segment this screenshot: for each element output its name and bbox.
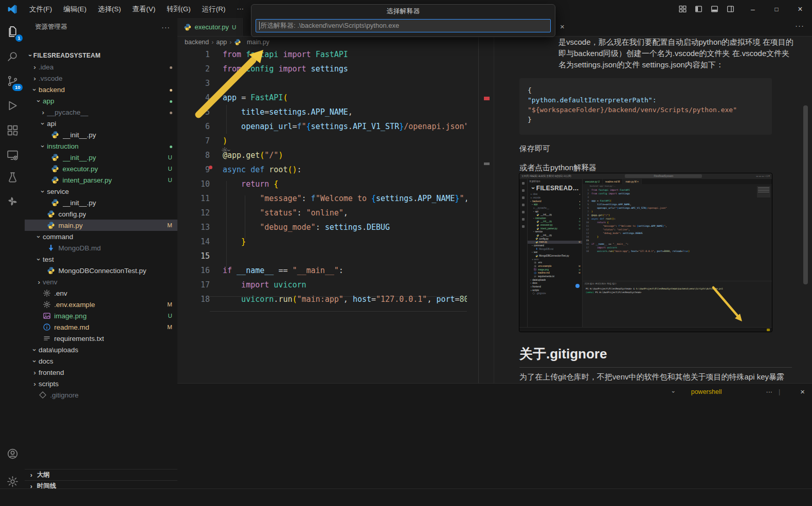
tree-item-data\uploads[interactable]: ›data\uploads: [25, 344, 177, 355]
tree-item-command[interactable]: ›command: [25, 231, 177, 242]
tree-item-FILESREADSYSTEAM[interactable]: ›FILESREADSYSTEAM: [25, 50, 177, 61]
activity-run-debug-icon[interactable]: [0, 94, 25, 117]
breadcrumb-main.py[interactable]: main.py: [247, 39, 269, 46]
editor-actions-more-icon[interactable]: ···: [795, 21, 804, 30]
breadcrumb-backend[interactable]: backend: [185, 39, 209, 46]
tree-item-config.py[interactable]: ›config.py: [528, 237, 582, 241]
tree-item-service[interactable]: ›service: [528, 230, 582, 234]
tree-item-app[interactable]: ›app: [25, 95, 177, 106]
tree-item-docs[interactable]: ›docs: [25, 355, 177, 367]
split-terminal-icon[interactable]: [738, 388, 746, 395]
tree-item-executor.py[interactable]: ›executor.pyU: [25, 163, 177, 174]
activity-search-icon[interactable]: [0, 44, 25, 68]
maximize-panel-icon[interactable]: [786, 388, 794, 395]
interpreter-search-input[interactable]: 所选解释器: .\backend\venv\Scripts\python.exe: [256, 19, 551, 32]
tree-item-command[interactable]: ›command: [528, 244, 582, 247]
tab-executor-py[interactable]: executor.py U: [177, 18, 243, 36]
preview-scrollbar[interactable]: [803, 105, 808, 284]
breadcrumb[interactable]: backend›app›main.py: [177, 37, 494, 48]
timeline-section[interactable]: ›时间线: [25, 480, 177, 489]
tree-item-instruction[interactable]: ›instruction: [25, 140, 177, 152]
tree-item-.env[interactable]: ›.env: [528, 261, 582, 265]
tree-item-MongoDB.md[interactable]: ›MongoDB.md: [25, 242, 177, 254]
menu-编辑(E)[interactable]: 编辑(E): [58, 3, 92, 16]
tree-item-intent_parser.py[interactable]: ›intent_parser.pyU: [25, 174, 177, 186]
tree-item-__pycache__[interactable]: ›__pycache__: [25, 106, 177, 118]
tree-item-__init__.py[interactable]: ›__init__.py: [528, 213, 582, 216]
activity-account-icon[interactable]: [0, 442, 25, 465]
outline-section[interactable]: ›大纲: [25, 469, 177, 480]
chevron-down-icon[interactable]: ›: [671, 391, 677, 393]
customize-layout-icon[interactable]: [678, 5, 687, 13]
tree-item-__init__.py[interactable]: ›__init__.py: [25, 197, 177, 208]
tree-item-__init__.py[interactable]: ›__init__.py: [25, 129, 177, 140]
split-terminal-dropdown-icon[interactable]: [659, 388, 666, 395]
terminal-instance-powershell[interactable]: powershell: [681, 388, 732, 395]
tree-item-__init__.py[interactable]: ›__init__.pyU: [528, 220, 582, 224]
toggle-secondary-sidebar-icon[interactable]: [726, 5, 735, 13]
tree-item-.env.example[interactable]: ›.env.exampleM: [25, 299, 177, 310]
tree-item-scripts[interactable]: ›scripts: [25, 378, 177, 389]
code-editor[interactable]: 123456789101112131415161718 from fastapi…: [177, 47, 467, 383]
tree-item-app[interactable]: ›app: [528, 203, 582, 206]
menu-···[interactable]: ···: [231, 3, 250, 16]
tree-item-image.png[interactable]: ›image.pngU: [528, 268, 582, 272]
activity-source-control-icon[interactable]: 10: [0, 69, 25, 93]
tree-item-backend[interactable]: ›backend: [25, 84, 177, 95]
minimize-button[interactable]: –: [741, 0, 765, 18]
terminal-more-icon[interactable]: ···: [766, 388, 772, 395]
inline-gear-icon[interactable]: ›: [221, 147, 230, 154]
menu-查看(V)[interactable]: 查看(V): [127, 3, 161, 16]
tree-item-service[interactable]: ›service: [25, 186, 177, 197]
tree-item-MongoDB.md[interactable]: ›MongoDB.md: [528, 247, 582, 251]
tree-item-__init__.py[interactable]: ›__init__.pyU: [25, 152, 177, 163]
tree-item-.vscode[interactable]: ›.vscode: [25, 73, 177, 84]
kill-terminal-icon[interactable]: [752, 388, 760, 395]
tree-item-__init__.py[interactable]: ›__init__.py: [528, 233, 582, 237]
tree-item-main.py[interactable]: ›main.pyM: [25, 220, 177, 231]
tree-item-.gitignore[interactable]: ›.gitignore: [25, 389, 177, 401]
activity-extensions-icon[interactable]: [0, 118, 25, 142]
tree-item-venv[interactable]: ›venv: [528, 258, 582, 261]
activity-ai-pinwheel-icon[interactable]: [0, 189, 25, 213]
tree-item-backend[interactable]: ›backend: [528, 200, 582, 203]
close-tab-icon[interactable]: ×: [560, 22, 565, 31]
tree-item-MongoDBConnectionTest.py[interactable]: ›MongoDBConnectionTest.py: [528, 254, 582, 258]
tree-item-api[interactable]: ›api: [25, 118, 177, 129]
activity-remote-explorer-icon[interactable]: [0, 143, 25, 167]
menu-转到(G)[interactable]: 转到(G): [161, 3, 196, 16]
tree-item-test[interactable]: ›test: [25, 254, 177, 265]
tree-item-data\uploads[interactable]: ›data\uploads: [528, 278, 582, 282]
tree-item-main.py[interactable]: ›main.pyM: [528, 241, 582, 244]
tree-item-.env.example[interactable]: ›.env.exampleM: [528, 264, 582, 268]
tree-item-.vscode[interactable]: ›.vscode: [528, 196, 582, 200]
toggle-sidebar-icon[interactable]: [694, 5, 703, 13]
tree-item-requirements.txt[interactable]: ›requirements.txt: [528, 275, 582, 278]
tree-item-docs[interactable]: ›docs: [528, 281, 582, 285]
tree-item-FILESREADSYSTEAM[interactable]: ›FILESREADSYSTEAM: [528, 184, 582, 192]
breadcrumb-app[interactable]: app: [216, 39, 227, 46]
tree-item-readme.md[interactable]: ›readme.mdM: [528, 271, 582, 275]
tree-item-executor.py[interactable]: ›executor.pyU: [528, 223, 582, 227]
menu-运行(R)[interactable]: 运行(R): [196, 3, 231, 16]
tree-item-.gitignore[interactable]: ›.gitignore: [528, 292, 582, 295]
activity-files-icon[interactable]: 1: [0, 20, 25, 43]
tree-item-readme.md[interactable]: ›readme.mdM: [25, 321, 177, 333]
tree-item-scripts[interactable]: ›scripts: [528, 288, 582, 292]
tree-item-__pycache__[interactable]: ›__pycache__: [528, 206, 582, 210]
maximize-button[interactable]: □: [765, 0, 788, 18]
tree-item-frontend[interactable]: ›frontend: [25, 367, 177, 378]
tree-item-image.png[interactable]: ›image.pngU: [25, 310, 177, 321]
refresh-icon[interactable]: [541, 7, 550, 15]
tree-item-venv[interactable]: ›venv: [25, 276, 177, 287]
tree-item-frontend[interactable]: ›frontend: [528, 285, 582, 288]
tree-item-config.py[interactable]: ›config.py: [25, 208, 177, 220]
tree-item-instruction[interactable]: ›instruction: [528, 216, 582, 220]
tree-item-requirements.txt[interactable]: ›requirements.txt: [25, 333, 177, 344]
tree-item-.env[interactable]: ›.env: [25, 287, 177, 299]
tree-item-.idea[interactable]: ›.idea: [25, 61, 177, 73]
tree-item-MongoDBConnectionTest.py[interactable]: ›MongoDBConnectionTest.py: [25, 265, 177, 276]
menu-选择(S)[interactable]: 选择(S): [92, 3, 127, 16]
menu-文件(F)[interactable]: 文件(F): [24, 3, 58, 16]
tree-item-intent_parser.py[interactable]: ›intent_parser.pyU: [528, 227, 582, 230]
